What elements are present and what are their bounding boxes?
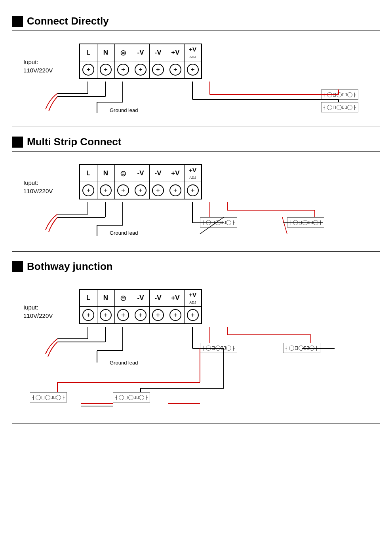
- ground-lead-2: Ground lead: [110, 230, 138, 236]
- section3-title: Bothway junction: [27, 260, 113, 273]
- terminal-block-2: L N ⊜ -V -V +V +VADJ + + +: [79, 164, 202, 199]
- diagram2: Iuput:110V/220V L N ⊜ -V -V +V +VADJ +: [12, 151, 380, 252]
- section1-title: Connect Directly: [27, 15, 109, 27]
- diagram1: Iuput: 110V/220V L N ⊜ -V -V +V +VADJ +: [12, 30, 380, 127]
- svg-line-25: [282, 217, 287, 234]
- terminal-block-3: L N ⊜ -V -V +V +VADJ + + +: [79, 289, 202, 324]
- section3-header: Bothway junction: [12, 260, 380, 273]
- ground-lead-1: Ground lead: [110, 107, 138, 113]
- section2-icon: [12, 137, 23, 148]
- diagram3: Iuput:110V/220V L N ⊜ -V -V +V +VADJ +: [12, 276, 380, 424]
- input-label-3: Iuput:110V/220V: [23, 303, 53, 320]
- led-strip-3c: ┤ ├: [30, 392, 67, 403]
- section2-header: Multi Strip Connect: [12, 136, 380, 148]
- led-strip-3b: ┤ ├: [283, 343, 320, 353]
- input-label-1: Iuput: 110V/220V: [23, 58, 53, 74]
- ground-lead-3: Ground lead: [110, 360, 138, 366]
- section1-header: Connect Directly: [12, 15, 380, 27]
- section3-icon: [12, 261, 23, 272]
- terminal-block-1: L N ⊜ -V -V +V +VADJ + + +: [79, 44, 202, 79]
- section1-icon: [12, 16, 23, 27]
- led-strip-2a: ┤ ├: [200, 217, 237, 228]
- led-strip-1b: ┤ ├: [321, 102, 358, 112]
- led-strip-3a: ┤ ├: [200, 343, 237, 353]
- led-strip-1a: ┤ ├: [321, 89, 358, 100]
- led-strip-3d: ┤ ├: [113, 392, 150, 403]
- input-label-2: Iuput:110V/220V: [23, 178, 53, 195]
- led-strip-2b: ┤ ├: [287, 217, 324, 228]
- section2-title: Multi Strip Connect: [27, 136, 121, 148]
